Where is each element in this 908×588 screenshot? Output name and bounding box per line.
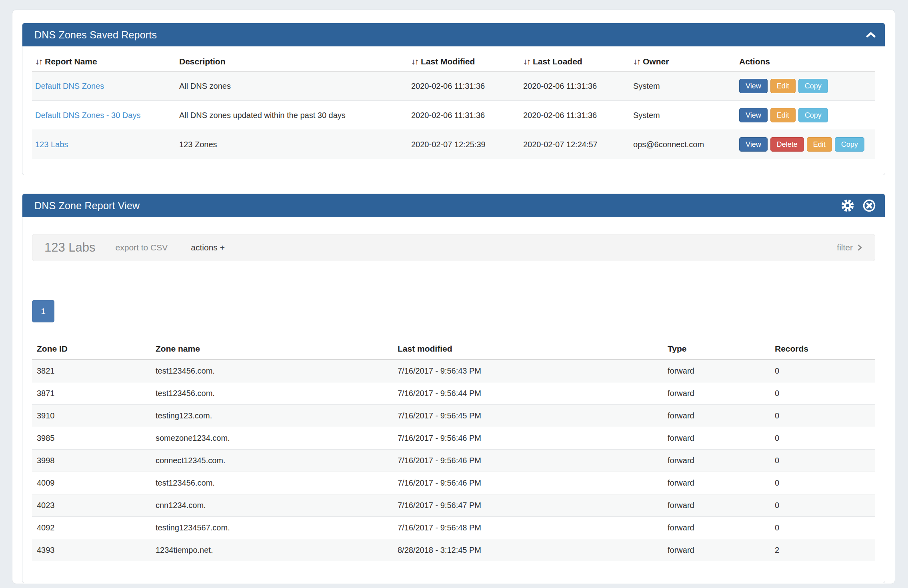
main-card: DNS Zones Saved Reports ↓↑Report Name [12,10,895,584]
zone-id-cell: 4009 [32,472,151,494]
zone-records-cell: 0 [770,472,875,494]
zone-records-cell: 0 [770,360,875,382]
zone-last-modified-cell: 7/16/2017 - 9:56:48 PM [393,517,663,539]
copy-button[interactable]: Copy [798,108,828,122]
report-actions-cell: ViewEditCopy [736,101,875,130]
col-zone-type: Type [663,338,770,360]
zone-name-cell: testing1234567.com. [151,517,393,539]
zone-last-modified-cell: 8/28/2018 - 3:12:45 PM [393,539,663,562]
zone-last-modified-cell: 7/16/2017 - 9:56:44 PM [393,382,663,405]
report-last-modified-cell: 2020-02-06 11:31:36 [408,72,520,101]
col-owner[interactable]: ↓↑Owner [630,50,736,72]
sort-icon: ↓↑ [411,57,418,66]
export-csv-link[interactable]: export to CSV [116,243,168,252]
report-owner-cell: System [630,72,736,101]
report-owner-cell: ops@6connect.com [630,130,736,159]
zone-last-modified-cell: 7/16/2017 - 9:56:46 PM [393,472,663,494]
view-button[interactable]: View [739,137,768,152]
report-link[interactable]: 123 Labs [35,140,68,149]
saved-reports-table: ↓↑Report Name Description ↓↑Last Modifie… [32,50,875,159]
report-link[interactable]: Default DNS Zones - 30 Days [35,111,140,120]
zone-type-cell: forward [663,450,770,472]
zone-name-cell: testing123.com. [151,405,393,427]
zone-row: 3910testing123.com.7/16/2017 - 9:56:45 P… [32,405,875,427]
report-last-loaded-cell: 2020-02-07 12:24:57 [520,130,630,159]
report-actions-cell: ViewDeleteEditCopy [736,130,875,159]
zone-name-cell: somezone1234.com. [151,427,393,450]
zone-records-cell: 0 [770,405,875,427]
report-name-cell: 123 Labs [32,130,176,159]
delete-button[interactable]: Delete [770,137,804,152]
zone-row: 3821test123456.com.7/16/2017 - 9:56:43 P… [32,360,875,382]
edit-button[interactable]: Edit [807,137,832,152]
col-description: Description [176,50,408,72]
report-last-modified-cell: 2020-02-07 12:25:39 [408,130,520,159]
zone-last-modified-cell: 7/16/2017 - 9:56:46 PM [393,450,663,472]
col-actions-label: Actions [739,57,770,66]
zone-type-cell: forward [663,539,770,562]
reports-table-body: Default DNS ZonesAll DNS zones2020-02-06… [32,72,875,159]
zones-header-row: Zone ID Zone name Last modified Type Rec… [32,338,875,360]
zone-type-cell: forward [663,494,770,517]
report-view-panel: DNS Zone Report View 123 Labs export to [22,194,885,583]
zone-id-cell: 3998 [32,450,151,472]
zone-name-cell: test123456.com. [151,382,393,405]
zone-type-cell: forward [663,360,770,382]
zone-last-modified-cell: 7/16/2017 - 9:56:43 PM [393,360,663,382]
filter-label: filter [837,243,853,252]
col-report-name[interactable]: ↓↑Report Name [32,50,176,72]
report-row: Default DNS ZonesAll DNS zones2020-02-06… [32,72,875,101]
zone-row: 4023cnn1234.com.7/16/2017 - 9:56:47 PMfo… [32,494,875,517]
col-description-label: Description [179,57,226,66]
gear-icon[interactable] [841,199,854,212]
zone-name-cell: test123456.com. [151,472,393,494]
zone-id-cell: 4092 [32,517,151,539]
pagination-page-1-button[interactable]: 1 [32,300,54,322]
zone-row: 4009test123456.com.7/16/2017 - 9:56:46 P… [32,472,875,494]
zone-row: 3998connect12345.com.7/16/2017 - 9:56:46… [32,450,875,472]
zone-records-cell: 0 [770,427,875,450]
close-circle-icon[interactable] [862,199,876,212]
saved-reports-header-row: ↓↑Report Name Description ↓↑Last Modifie… [32,50,875,72]
zone-name-cell: test123456.com. [151,360,393,382]
view-button[interactable]: View [739,108,768,122]
saved-reports-body: ↓↑Report Name Description ↓↑Last Modifie… [22,46,885,175]
report-link[interactable]: Default DNS Zones [35,82,104,90]
report-row: Default DNS Zones - 30 DaysAll DNS zones… [32,101,875,130]
report-view-title: DNS Zone Report View [34,200,140,212]
col-last-modified[interactable]: ↓↑Last Modified [408,50,520,72]
zone-type-cell: forward [663,472,770,494]
col-actions: Actions [736,50,875,72]
collapse-chevron-up-icon[interactable] [866,31,876,38]
zone-name-cell: cnn1234.com. [151,494,393,517]
report-view-header: DNS Zone Report View [22,194,885,217]
saved-reports-header: DNS Zones Saved Reports [22,23,885,46]
copy-button[interactable]: Copy [835,137,864,152]
zone-id-cell: 3821 [32,360,151,382]
sort-icon: ↓↑ [523,57,530,66]
col-zone-id: Zone ID [32,338,151,360]
col-last-loaded[interactable]: ↓↑Last Loaded [520,50,630,72]
zone-records-cell: 0 [770,494,875,517]
zone-type-cell: forward [663,427,770,450]
sort-icon: ↓↑ [35,57,42,66]
filter-toggle[interactable]: filter [837,243,863,252]
edit-button[interactable]: Edit [770,108,796,122]
zone-row: 43931234tiempo.net.8/28/2018 - 3:12:45 P… [32,539,875,562]
edit-button[interactable]: Edit [770,79,796,93]
report-name-heading: 123 Labs [44,240,96,255]
actions-menu-link[interactable]: actions + [191,243,225,252]
zone-last-modified-cell: 7/16/2017 - 9:56:45 PM [393,405,663,427]
saved-reports-title: DNS Zones Saved Reports [34,29,157,41]
zone-type-cell: forward [663,405,770,427]
zone-last-modified-cell: 7/16/2017 - 9:56:46 PM [393,427,663,450]
view-button[interactable]: View [739,79,768,93]
col-owner-label: Owner [643,57,669,66]
report-last-loaded-cell: 2020-02-06 11:31:36 [520,101,630,130]
zone-records-cell: 0 [770,450,875,472]
copy-button[interactable]: Copy [798,79,828,93]
col-zone-last-modified: Last modified [393,338,663,360]
report-description-cell: All DNS zones [176,72,408,101]
report-description-cell: 123 Zones [176,130,408,159]
zone-records-cell: 2 [770,539,875,562]
